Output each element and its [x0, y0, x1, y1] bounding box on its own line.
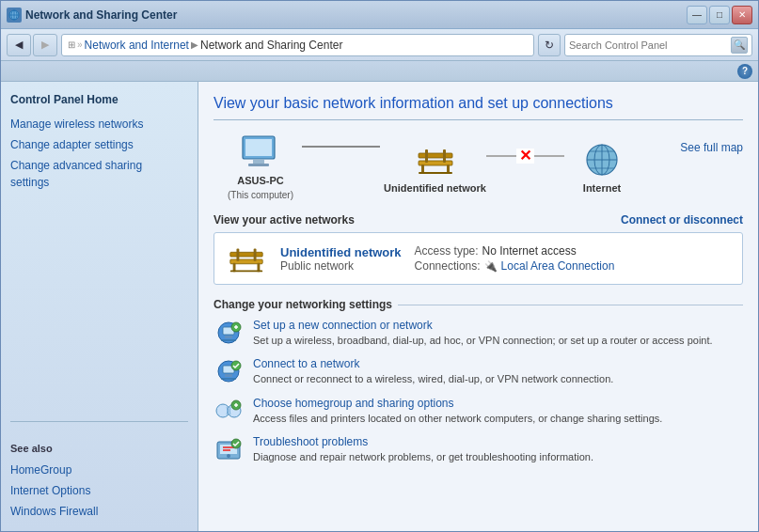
sidebar-homegroup[interactable]: HomeGroup: [10, 462, 188, 478]
main-panel: View your basic network information and …: [198, 82, 758, 531]
see-also-label: See also: [10, 443, 188, 454]
setting-desc-3: Diagnose and repair network problems, or…: [253, 451, 593, 462]
active-networks-label: View your active networks: [213, 213, 355, 227]
setting-link-1[interactable]: Connect to a network: [253, 357, 743, 370]
svg-rect-21: [230, 252, 262, 257]
setting-link-3[interactable]: Troubleshoot problems: [253, 435, 743, 448]
net-line-1: [302, 146, 380, 148]
setting-text-3: Troubleshoot problems Diagnose and repai…: [253, 435, 743, 464]
setting-item-1: Connect to a network Connect or reconnec…: [213, 357, 743, 386]
connections-row: Connections: 🔌 Local Area Connection: [415, 259, 615, 273]
nav-buttons: ◀ ▶: [7, 34, 57, 56]
svg-rect-49: [223, 449, 230, 451]
net-line-2-left: [486, 155, 516, 157]
breadcrumb-sep1: »: [77, 39, 83, 50]
address-bar: ◀ ▶ ⊞ » Network and Internet ▶ Network a…: [1, 29, 758, 61]
svg-rect-27: [254, 248, 257, 260]
breadcrumb-network-internet[interactable]: Network and Internet: [85, 39, 189, 52]
see-full-map-link[interactable]: See full map: [680, 141, 743, 154]
sidebar-internet-options[interactable]: Internet Options: [10, 482, 188, 499]
network-diagram-inner: ASUS-PC (This computer): [213, 133, 649, 200]
help-icon[interactable]: ?: [737, 64, 752, 79]
help-bar: ?: [1, 61, 758, 82]
breadcrumb-current: Network and Sharing Center: [200, 39, 342, 52]
computer-label: ASUS-PC: [237, 175, 284, 186]
search-bar: 🔍: [564, 34, 752, 56]
computer-node: ASUS-PC (This computer): [223, 133, 298, 200]
minimize-button[interactable]: —: [687, 6, 707, 24]
setting-desc-0: Set up a wireless, broadband, dial-up, a…: [253, 335, 713, 346]
svg-rect-14: [443, 149, 446, 163]
change-settings-label: Change your networking settings: [213, 298, 392, 311]
active-network-name: Unidentified network: [280, 245, 402, 259]
title-bar-left: Network and Sharing Center: [7, 8, 177, 23]
close-button[interactable]: ✕: [732, 6, 752, 24]
change-settings-title: Change your networking settings: [213, 298, 743, 311]
svg-point-47: [227, 454, 230, 458]
svg-rect-30: [225, 336, 232, 338]
main-content: Control Panel Home Manage wireless netwo…: [1, 82, 758, 531]
network-diagram: ASUS-PC (This computer): [213, 133, 649, 204]
svg-rect-25: [230, 270, 262, 272]
setting-text-2: Choose homegroup and sharing options Acc…: [253, 397, 743, 426]
forward-button[interactable]: ▶: [33, 34, 57, 56]
setting-link-2[interactable]: Choose homegroup and sharing options: [253, 397, 743, 410]
svg-rect-7: [248, 164, 269, 166]
net-line-2-container: ✕: [486, 149, 564, 164]
breadcrumb-sep2: ▶: [191, 39, 198, 50]
svg-rect-8: [419, 153, 452, 158]
svg-rect-6: [253, 160, 264, 164]
title-bar-controls: — □ ✕: [687, 6, 752, 24]
setting-item-3: Troubleshoot problems Diagnose and repai…: [213, 435, 743, 464]
network-label: Unidentified network: [384, 182, 486, 194]
main-window: Network and Sharing Center — □ ✕ ◀ ▶ ⊞ »…: [0, 0, 759, 532]
maximize-button[interactable]: □: [709, 6, 730, 24]
connect-or-disconnect-link[interactable]: Connect or disconnect: [621, 213, 743, 227]
active-network-icon: [226, 241, 267, 276]
sidebar-change-advanced-sharing[interactable]: Change advanced sharingsettings: [10, 157, 188, 191]
setting-icon-1: [213, 357, 244, 385]
breadcrumb: ⊞ » Network and Internet ▶ Network and S…: [61, 34, 534, 56]
setting-desc-1: Connect or reconnect to a wireless, wire…: [253, 373, 613, 384]
sidebar-change-adapter[interactable]: Change adapter settings: [10, 136, 188, 153]
setting-icon-0: [213, 319, 244, 347]
computer-sublabel: (This computer): [228, 190, 293, 200]
setting-item-2: Choose homegroup and sharing options Acc…: [213, 397, 743, 426]
access-type-label: Access type:: [415, 244, 479, 258]
setting-icon-3: [213, 435, 244, 463]
access-type-value: No Internet access: [482, 244, 577, 258]
panel-title: View your basic network information and …: [213, 95, 743, 120]
window-icon: [7, 8, 22, 23]
search-button[interactable]: 🔍: [731, 37, 748, 54]
network-node: Unidentified network: [384, 141, 486, 194]
setting-item-0: Set up a new connection or network Set u…: [213, 319, 743, 348]
back-button[interactable]: ◀: [7, 34, 31, 56]
see-full-map-container: See full map: [649, 133, 743, 154]
access-type-row: Access type: No Internet access: [415, 244, 615, 258]
svg-rect-12: [419, 172, 452, 174]
sidebar: Control Panel Home Manage wireless netwo…: [1, 82, 198, 531]
svg-rect-5: [245, 139, 272, 156]
net-line-2-right: [534, 155, 564, 157]
refresh-button[interactable]: ↻: [538, 34, 561, 56]
connections-value[interactable]: Local Area Connection: [501, 259, 615, 273]
active-network-name-type: Unidentified network Public network: [280, 245, 402, 273]
svg-rect-37: [225, 374, 232, 377]
computer-icon: [238, 133, 283, 171]
setting-text-0: Set up a new connection or network Set u…: [253, 319, 743, 348]
internet-icon: [579, 141, 625, 179]
setting-text-1: Connect to a network Connect or reconnec…: [253, 357, 743, 386]
conn-icon: 🔌: [484, 260, 498, 273]
sidebar-windows-firewall[interactable]: Windows Firewall: [10, 503, 188, 520]
search-input[interactable]: [569, 39, 729, 51]
sidebar-manage-wireless[interactable]: Manage wireless networks: [10, 116, 188, 133]
network-diagram-row: ASUS-PC (This computer): [213, 133, 743, 204]
network-icon: [413, 141, 458, 179]
setting-link-0[interactable]: Set up a new connection or network: [253, 319, 743, 332]
svg-rect-13: [425, 149, 428, 163]
breadcrumb-icon: ⊞: [68, 39, 75, 50]
sidebar-divider: [10, 421, 188, 422]
sidebar-home-link[interactable]: Control Panel Home: [10, 93, 188, 106]
internet-label: Internet: [583, 182, 621, 194]
title-bar: Network and Sharing Center — □ ✕: [1, 1, 758, 29]
